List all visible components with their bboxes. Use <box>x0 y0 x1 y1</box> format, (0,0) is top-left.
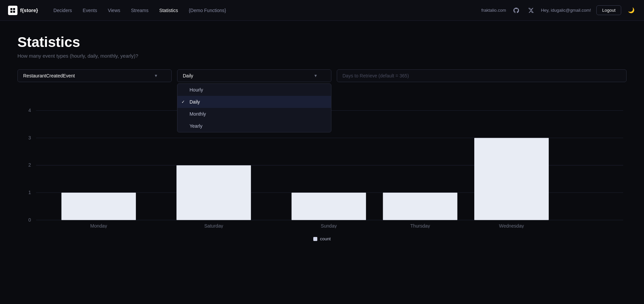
svg-text:3: 3 <box>29 135 31 140</box>
monthly-label: Monthly <box>190 111 206 117</box>
svg-rect-0 <box>10 8 12 10</box>
hourly-label: Hourly <box>190 87 203 93</box>
x-twitter-icon[interactable] <box>526 6 536 15</box>
svg-rect-20 <box>383 193 458 220</box>
svg-text:Thursday: Thursday <box>410 223 430 228</box>
granularity-select-wrapper: Daily ▼ Hourly ✓ Daily Monthly Yearly <box>177 69 331 82</box>
granularity-dropdown: Hourly ✓ Daily Monthly Yearly <box>177 83 331 132</box>
navbar: f{store} Deciders Events Views Streams S… <box>0 0 644 21</box>
days-input[interactable] <box>337 69 627 82</box>
granularity-value: Daily <box>183 73 193 78</box>
daily-label: Daily <box>190 99 200 105</box>
logo[interactable]: f{store} <box>8 6 38 15</box>
nav-link-events[interactable]: Events <box>78 6 102 15</box>
svg-rect-22 <box>474 138 549 220</box>
page-subtitle: How many event types (hourly, daily, mon… <box>17 53 627 59</box>
nav-link-views[interactable]: Views <box>103 6 125 15</box>
theme-toggle-icon[interactable]: 🌙 <box>627 6 636 15</box>
site-link[interactable]: fraktalio.com <box>481 8 506 13</box>
chevron-down-icon-2: ▼ <box>314 73 318 78</box>
svg-rect-18 <box>291 193 366 220</box>
granularity-select[interactable]: Daily ▼ <box>177 69 331 82</box>
page-title: Statistics <box>17 34 627 50</box>
logo-text: f{store} <box>20 7 38 13</box>
nav-link-statistics[interactable]: Statistics <box>155 6 183 15</box>
svg-text:Monday: Monday <box>90 223 107 228</box>
svg-text:2: 2 <box>29 162 31 168</box>
nav-link-streams[interactable]: Streams <box>126 6 153 15</box>
svg-rect-2 <box>10 11 12 13</box>
dropdown-item-yearly[interactable]: Yearly <box>177 120 331 132</box>
check-icon: ✓ <box>181 100 185 104</box>
user-email: Hey, idugalic@gmail.com! <box>541 8 591 13</box>
legend-swatch <box>313 237 317 241</box>
page-content: Statistics How many event types (hourly,… <box>0 21 644 255</box>
svg-text:4: 4 <box>29 108 31 113</box>
legend-label: count <box>320 236 331 241</box>
nav-links: Deciders Events Views Streams Statistics… <box>49 6 481 15</box>
dropdown-item-daily[interactable]: ✓ Daily <box>177 96 331 108</box>
logo-icon <box>8 6 17 15</box>
svg-rect-16 <box>176 165 251 220</box>
yearly-label: Yearly <box>190 123 202 129</box>
svg-rect-3 <box>13 11 15 13</box>
event-type-select-wrapper: RestaurantCreatedEvent ▼ <box>17 69 172 82</box>
svg-text:1: 1 <box>29 190 31 195</box>
nav-link-deciders[interactable]: Deciders <box>49 6 76 15</box>
nav-right: fraktalio.com Hey, idugalic@gmail.com! L… <box>481 5 636 15</box>
event-type-value: RestaurantCreatedEvent <box>23 73 75 78</box>
controls-row: RestaurantCreatedEvent ▼ Daily ▼ Hourly … <box>17 69 627 82</box>
chevron-down-icon: ▼ <box>154 73 158 78</box>
svg-text:0: 0 <box>29 217 31 223</box>
logout-button[interactable]: Logout <box>596 5 621 15</box>
dropdown-item-monthly[interactable]: Monthly <box>177 108 331 120</box>
github-icon[interactable] <box>512 6 521 15</box>
svg-rect-1 <box>13 8 15 10</box>
dropdown-item-hourly[interactable]: Hourly <box>177 84 331 96</box>
nav-link-demo[interactable]: {Demo Functions} <box>184 6 231 15</box>
svg-text:Sunday: Sunday <box>321 223 337 228</box>
svg-text:Wednesday: Wednesday <box>499 223 524 228</box>
svg-text:Saturday: Saturday <box>204 223 223 228</box>
event-type-select[interactable]: RestaurantCreatedEvent ▼ <box>17 69 172 82</box>
svg-rect-14 <box>61 193 136 220</box>
chart-legend: count <box>17 236 627 241</box>
